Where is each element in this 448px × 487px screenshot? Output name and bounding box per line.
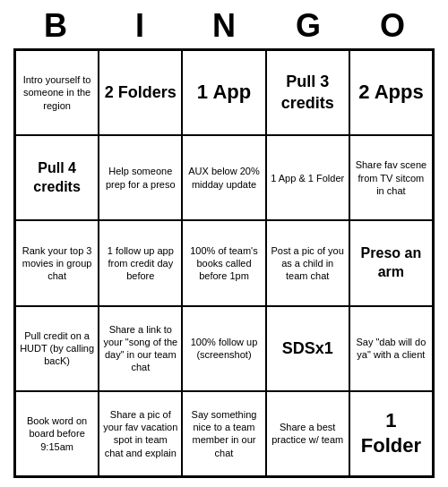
bingo-cell-19: Say "dab will do ya" with a client — [349, 306, 433, 391]
bingo-cell-23: Share a best practice w/ team — [266, 391, 349, 476]
header-n: N — [182, 7, 266, 45]
bingo-cell-11: 1 follow up app from credit day before — [99, 220, 182, 305]
bingo-cell-18: SDSx1 — [266, 306, 349, 391]
bingo-cell-13: Post a pic of you as a child in team cha… — [266, 220, 349, 305]
bingo-cell-4: 2 Apps — [349, 50, 433, 135]
header-g: G — [266, 7, 350, 45]
header-b: B — [13, 7, 98, 45]
bingo-grid: Intro yourself to someone in the region2… — [13, 48, 435, 478]
bingo-cell-10: Rank your top 3 movies in group chat — [15, 220, 99, 305]
bingo-cell-9: Share fav scene from TV sitcom in chat — [349, 135, 433, 220]
bingo-cell-15: Pull credit on a HUDT (by calling bacK) — [15, 306, 99, 391]
bingo-cell-16: Share a link to your "song of the day" i… — [99, 306, 182, 391]
bingo-cell-7: AUX below 20% midday update — [182, 135, 265, 220]
header-i: I — [98, 7, 182, 45]
bingo-cell-24: 1 Folder — [349, 391, 433, 476]
bingo-cell-6: Help someone prep for a preso — [99, 135, 182, 220]
bingo-cell-5: Pull 4 credits — [15, 135, 99, 220]
bingo-cell-20: Book word on board before 9:15am — [15, 391, 99, 476]
bingo-cell-0: Intro yourself to someone in the region — [15, 50, 99, 135]
bingo-cell-3: Pull 3 credits — [266, 50, 349, 135]
bingo-cell-17: 100% follow up (screenshot) — [182, 306, 265, 391]
header-o: O — [350, 7, 435, 45]
bingo-header: B I N G O — [13, 7, 435, 45]
bingo-cell-22: Say something nice to a team member in o… — [182, 391, 265, 476]
bingo-cell-12: 100% of team's books called before 1pm — [182, 220, 265, 305]
bingo-cell-1: 2 Folders — [99, 50, 182, 135]
bingo-cell-8: 1 App & 1 Folder — [266, 135, 349, 220]
bingo-cell-21: Share a pic of your fav vacation spot in… — [99, 391, 182, 476]
bingo-cell-2: 1 App — [182, 50, 265, 135]
bingo-cell-14: Preso an arm — [349, 220, 433, 305]
